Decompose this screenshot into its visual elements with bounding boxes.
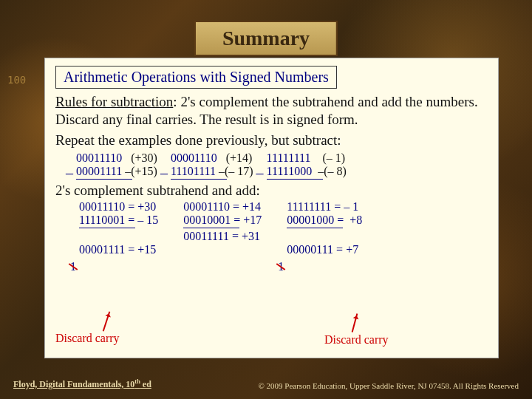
rule-line bbox=[183, 228, 239, 228]
section-subtitle: Arithmetic Operations with Signed Number… bbox=[55, 66, 337, 89]
footer-left: Floyd, Digital Fundamentals, 10th ed bbox=[13, 378, 151, 390]
dec: –(– 17) bbox=[219, 165, 253, 177]
addition-examples: 00011110 = +30 11110001 = – 15 1 0000111… bbox=[79, 200, 488, 256]
dec: (– 1) bbox=[322, 151, 345, 164]
discard-carry-label-1: Discard carry bbox=[55, 332, 120, 345]
row: 00011110 = +30 bbox=[79, 200, 158, 214]
dec: (+14) bbox=[226, 151, 253, 164]
row: 00010001 = +17 bbox=[183, 214, 262, 227]
row: 00001110 = +14 bbox=[183, 200, 262, 214]
row: 00001111 = +15 bbox=[79, 243, 158, 256]
minus-icon: – bbox=[160, 165, 168, 182]
minus-icon: – bbox=[66, 165, 73, 182]
dec: (+30) bbox=[131, 151, 157, 164]
dec: –(+15) bbox=[125, 165, 157, 177]
bin: 11111000 bbox=[267, 165, 313, 177]
rules-underline: Rules for subtraction bbox=[55, 94, 173, 109]
bin: 00011110 bbox=[76, 151, 122, 164]
sub-example-3: – 11111111 (– 1) 11111000 –(– 8) bbox=[267, 151, 347, 181]
rule-line bbox=[287, 228, 343, 228]
sub-example-1: – 00011110 (+30) 00001111 –(+15) bbox=[76, 151, 157, 181]
row: 00001000 = +8 bbox=[287, 214, 362, 227]
slide-title: Summary bbox=[194, 21, 338, 56]
subtraction-examples: – 00011110 (+30) 00001111 –(+15) – 00001… bbox=[76, 151, 488, 181]
carry-digit: 1 bbox=[70, 260, 76, 273]
content-panel: Arithmetic Operations with Signed Number… bbox=[44, 58, 499, 358]
complement-line: 2's complement subtrahend and add: bbox=[55, 183, 488, 199]
sub-example-2: – 00001110 (+14) 11101111 –(– 17) bbox=[171, 151, 253, 181]
repeat-line: Repeat the examples done previously, but… bbox=[55, 132, 488, 149]
arrow-icon bbox=[352, 313, 358, 332]
rule-line bbox=[79, 228, 135, 228]
footer-sup: th bbox=[134, 378, 140, 385]
row: 00011111 = +31 bbox=[183, 230, 262, 243]
bin: 00001110 bbox=[171, 151, 217, 164]
footer-right: © 2009 Pearson Education, Upper Saddle R… bbox=[258, 381, 519, 390]
add-example-1: 00011110 = +30 11110001 = – 15 1 0000111… bbox=[79, 200, 158, 256]
rule-line bbox=[76, 179, 132, 180]
bin: 00001111 bbox=[76, 165, 122, 177]
row: 00000111 = +7 bbox=[287, 243, 362, 256]
carry-digit: 1 bbox=[278, 260, 284, 273]
dec: –(– 8) bbox=[318, 165, 347, 177]
discard-carry-label-2: Discard carry bbox=[324, 333, 389, 347]
rule-line bbox=[267, 179, 323, 180]
arrow-icon bbox=[103, 311, 111, 331]
footer-text: ed bbox=[140, 379, 151, 389]
rules-paragraph: Rules for subtraction: 2's complement th… bbox=[55, 93, 488, 129]
minus-icon: – bbox=[256, 165, 264, 182]
bin: 11101111 bbox=[171, 165, 216, 177]
rule-line bbox=[171, 179, 227, 180]
row: 11111111 = – 1 bbox=[287, 200, 362, 214]
bin: 11111111 bbox=[267, 151, 311, 164]
row: 11110001 = – 15 bbox=[79, 214, 158, 227]
add-example-3: 11111111 = – 1 00001000 = +8 1 00000111 … bbox=[287, 200, 362, 256]
footer-text: Floyd, Digital Fundamentals, 10 bbox=[13, 379, 134, 389]
add-example-2: 00001110 = +14 00010001 = +17 00011111 =… bbox=[183, 200, 262, 256]
